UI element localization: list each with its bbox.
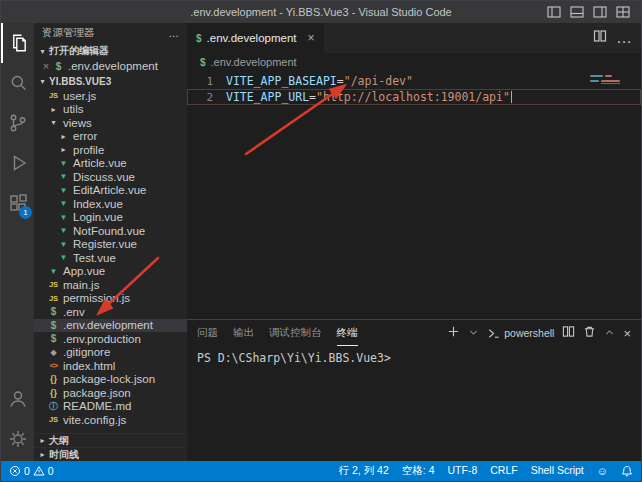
tree-item-user.js[interactable]: JSuser.js	[34, 89, 187, 103]
file-label: package-lock.json	[63, 373, 155, 385]
timeline-section-header[interactable]: ▸ 时间线	[34, 447, 187, 461]
tree-item-.env.production[interactable]: $.env.production	[34, 332, 187, 346]
file-label: Register.vue	[73, 238, 137, 250]
more-actions-icon[interactable]: …	[616, 29, 632, 47]
vue-file-icon: ▼	[57, 186, 70, 195]
title-bar: .env.development - Yi.BBS.Vue3 - Visual …	[1, 1, 641, 23]
panel: 问题输出调试控制台终端 powershell	[187, 319, 641, 461]
run-debug-icon[interactable]	[1, 143, 34, 183]
extensions-icon[interactable]: 1	[1, 183, 34, 223]
chevron-down-icon: ▾	[36, 77, 49, 86]
tree-item-README.md[interactable]: ⓘREADME.md	[34, 400, 187, 414]
tree-item-.gitignore[interactable]: ◆.gitignore	[34, 346, 187, 360]
open-editors-header[interactable]: ▾ 打开的编辑器	[34, 43, 187, 59]
settings-gear-icon[interactable]	[1, 419, 34, 459]
tree-item-Login.vue[interactable]: ▼Login.vue	[34, 211, 187, 225]
code-line-1[interactable]: 1VITE_APP_BASEAPI="/api-dev"	[187, 73, 641, 89]
project-header[interactable]: ▾ YI.BBS.VUE3	[34, 73, 187, 89]
tree-item-Index.vue[interactable]: ▼Index.vue	[34, 197, 187, 211]
tab-bar: $ .env.development × …	[187, 23, 641, 53]
tree-item-index.html[interactable]: <>index.html	[34, 359, 187, 373]
more-actions-icon[interactable]: …	[169, 27, 180, 39]
error-count: 0	[24, 465, 30, 477]
tree-item-Register.vue[interactable]: ▼Register.vue	[34, 238, 187, 252]
tree-item-package-lock.json[interactable]: {}package-lock.json	[34, 373, 187, 387]
shell-file-icon: $	[52, 61, 65, 72]
file-label: main.js	[63, 279, 99, 291]
status-right: 行 2, 列 42空格: 4UTF-8CRLFShell Script ☺	[339, 464, 633, 478]
file-label: Login.vue	[73, 211, 123, 223]
new-terminal-icon[interactable]	[447, 324, 460, 342]
kill-terminal-trash-icon[interactable]	[583, 324, 596, 342]
status-item[interactable]: 空格: 4	[402, 464, 435, 478]
panel-tab-调试控制台[interactable]: 调试控制台	[269, 320, 322, 346]
toggle-sidebar-icon[interactable]	[544, 4, 564, 20]
vue-file-icon: ▼	[57, 253, 70, 262]
file-label: Index.vue	[73, 198, 123, 210]
code-editor[interactable]: 1VITE_APP_BASEAPI="/api-dev"2VITE_APP_UR…	[187, 71, 641, 319]
tree-item-.env.development[interactable]: $.env.development	[34, 319, 187, 333]
tab-close-icon[interactable]: ×	[308, 31, 315, 45]
close-icon[interactable]: ×	[40, 60, 52, 72]
tree-item-utils[interactable]: ▸utils	[34, 103, 187, 117]
notifications-bell-icon[interactable]	[621, 465, 633, 477]
file-label: Article.vue	[73, 157, 127, 169]
status-item[interactable]: CRLF	[490, 464, 517, 478]
sidebar-bottom-sections: ▸ 大纲 ▸ 时间线	[34, 433, 187, 461]
vue-file-icon: ▼	[57, 226, 70, 235]
code-line-2[interactable]: 2VITE_APP_URL="http://localhost:19001/ap…	[187, 89, 641, 105]
terminal-dropdown-icon[interactable]	[468, 324, 479, 342]
panel-tab-终端[interactable]: 终端	[337, 320, 358, 346]
tree-item-main.js[interactable]: JSmain.js	[34, 278, 187, 292]
tree-item-NotFound.vue[interactable]: ▼NotFound.vue	[34, 224, 187, 238]
account-icon[interactable]	[1, 379, 34, 419]
terminal-instance-powershell[interactable]: powershell	[487, 327, 554, 340]
split-terminal-icon[interactable]	[562, 324, 575, 342]
toggle-secondary-sidebar-icon[interactable]	[590, 4, 610, 20]
tree-item-views[interactable]: ▾views	[34, 116, 187, 130]
tab-env-development[interactable]: $ .env.development ×	[187, 23, 324, 53]
search-icon[interactable]	[1, 63, 34, 103]
file-label: views	[63, 117, 92, 129]
panel-tab-输出[interactable]: 输出	[233, 320, 254, 346]
tree-item-Discuss.vue[interactable]: ▼Discuss.vue	[34, 170, 187, 184]
feedback-smiley-icon[interactable]: ☺	[597, 465, 608, 477]
tree-item-vite.config.js[interactable]: JSvite.config.js	[34, 413, 187, 427]
outline-section-header[interactable]: ▸ 大纲	[34, 433, 187, 447]
file-label: README.md	[63, 400, 131, 412]
status-item[interactable]: Shell Script	[531, 464, 584, 478]
source-control-icon[interactable]	[1, 103, 34, 143]
open-editor-item[interactable]: × $ .env.development	[34, 59, 187, 73]
html-file-icon: <>	[47, 361, 60, 370]
vue-file-icon: ▼	[57, 213, 70, 222]
close-panel-icon[interactable]: ×	[623, 327, 631, 340]
problems-indicator[interactable]: 0 0	[9, 465, 54, 477]
maximize-panel-icon[interactable]	[604, 324, 615, 342]
status-item[interactable]: UTF-8	[447, 464, 477, 478]
tree-item-error[interactable]: ▸error	[34, 130, 187, 144]
code-token: =	[337, 74, 344, 88]
tree-item-Article.vue[interactable]: ▼Article.vue	[34, 157, 187, 171]
customize-layout-icon[interactable]	[613, 4, 633, 20]
tree-item-permission.js[interactable]: JSpermission.js	[34, 292, 187, 306]
vue-file-icon: ▼	[57, 172, 70, 181]
panel-tab-问题[interactable]: 问题	[197, 320, 218, 346]
minimap[interactable]	[590, 75, 634, 84]
breadcrumb[interactable]: $ .env.development	[187, 53, 641, 71]
tree-item-App.vue[interactable]: ▼App.vue	[34, 265, 187, 279]
tree-item-.env[interactable]: $.env	[34, 305, 187, 319]
sidebar-explorer: 资源管理器 … ▾ 打开的编辑器 × $ .env.development ▾ …	[34, 23, 187, 461]
shell-file-icon: $	[47, 306, 60, 317]
tree-item-Test.vue[interactable]: ▼Test.vue	[34, 251, 187, 265]
split-editor-icon[interactable]	[593, 29, 607, 47]
toggle-panel-icon[interactable]	[567, 4, 587, 20]
chevron-down-icon: ▾	[36, 47, 49, 56]
file-label: Test.vue	[73, 252, 116, 264]
tree-item-EditArticle.vue[interactable]: ▼EditArticle.vue	[34, 184, 187, 198]
tree-item-package.json[interactable]: {}package.json	[34, 386, 187, 400]
tree-item-profile[interactable]: ▸profile	[34, 143, 187, 157]
terminal-output[interactable]: PS D:\CSharp\Yi\Yi.BBS.Vue3>	[187, 346, 641, 365]
status-item[interactable]: 行 2, 列 42	[339, 464, 389, 478]
explorer-icon[interactable]	[1, 23, 34, 63]
file-label: Discuss.vue	[73, 171, 135, 183]
